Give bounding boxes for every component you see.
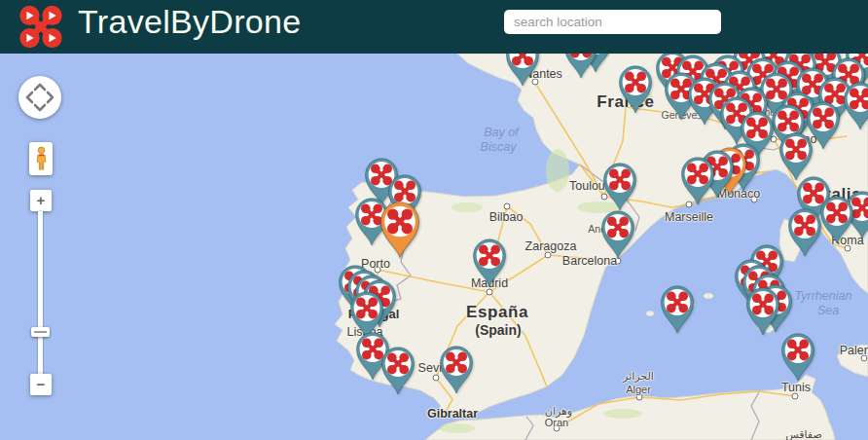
app-title: TravelByDrone [78,3,301,41]
map-marker[interactable] [598,208,637,260]
map-marker[interactable] [616,63,655,115]
map-marker[interactable] [785,206,824,258]
pan-left-icon [27,92,32,102]
map-marker[interactable] [743,285,782,337]
map-marker[interactable] [658,283,697,335]
map-marker[interactable] [678,155,717,206]
map-marker[interactable] [561,54,600,80]
map-marker[interactable] [778,331,817,383]
map-marker[interactable] [841,80,868,131]
map-marker[interactable] [470,237,509,288]
map-marker[interactable] [503,54,542,88]
map-marker[interactable] [437,344,476,395]
map-marker[interactable] [379,345,417,396]
map-marker-highlight[interactable] [377,199,422,260]
pegman-icon [35,146,48,171]
pan-right-icon [48,92,53,102]
map-markers-layer [0,54,868,440]
map-canvas[interactable]: FranceEspaña(Spain)ItaliaPortugalSchweiz… [0,54,868,440]
zoom-slider-handle[interactable] [31,327,50,337]
pan-up-icon [35,85,45,90]
zoom-in-button[interactable]: + [30,190,52,211]
travelbydrone-app: TravelByDrone [0,0,868,440]
pan-down-icon [35,105,45,110]
pegman-control[interactable] [29,142,53,175]
drone-logo-icon [16,5,66,53]
zoom-slider-track[interactable] [38,211,43,374]
zoom-out-button[interactable]: − [30,374,52,395]
header: TravelByDrone [0,0,868,54]
pan-control[interactable] [18,76,61,119]
search-input[interactable] [504,10,721,34]
map-marker[interactable] [600,161,639,212]
